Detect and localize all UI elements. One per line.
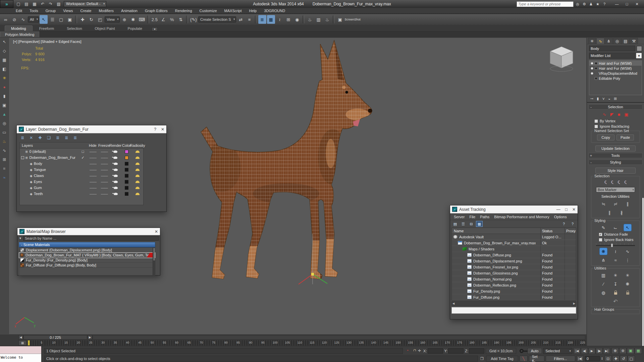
regrow-hair-icon[interactable]: ❋	[624, 281, 631, 287]
snaps-toggle[interactable]: 2.5	[151, 15, 159, 24]
time-slider-track[interactable]	[93, 335, 585, 340]
asset-menu-item[interactable]: Paths	[478, 215, 492, 219]
freeze-toggle[interactable]: ——	[99, 173, 110, 179]
application-menu-button[interactable]: »	[0, 0, 13, 8]
modifier-list-dropdown[interactable]: Modifier List	[589, 53, 642, 59]
d5[interactable]	[303, 15, 305, 23]
tree-view-icon[interactable]: ⊟	[468, 221, 474, 227]
invert-selection-icon[interactable]: ≒	[600, 200, 607, 207]
show-end-result-icon[interactable]: ▮	[597, 97, 599, 101]
asset-menu-item[interactable]: Options	[552, 215, 569, 219]
prev-frame-icon[interactable]: ◀|	[581, 348, 588, 354]
modifier-enable-bulb-icon[interactable]	[591, 72, 593, 75]
scroll-left-arrow[interactable]: ◀	[452, 302, 454, 305]
freeze-toggle[interactable]: ——	[99, 155, 110, 161]
selection-rollout-header[interactable]: -Selection	[588, 104, 643, 110]
save-file-icon[interactable]: ▦	[31, 1, 38, 7]
guide-hook-1-icon[interactable]: ς	[604, 179, 607, 184]
current-frame-field[interactable]: 0	[585, 356, 600, 361]
set-key-pen-icon[interactable]: ╲	[520, 356, 528, 362]
close-button[interactable]: ✕	[632, 1, 642, 7]
asset-row[interactable]: Doberman_Normal.png Found	[452, 276, 576, 282]
window-crossing-icon[interactable]: ▣	[66, 15, 74, 24]
modifier-viewport-toggle-icon[interactable]	[595, 62, 597, 65]
z-coordinate-field[interactable]	[469, 348, 484, 354]
graphite-ribbon-icon[interactable]: ▦	[267, 15, 275, 24]
asset-tracking-titlebar[interactable]: » Asset Tracking — □ ✕	[450, 205, 578, 214]
render-toggle[interactable]	[110, 167, 121, 173]
align-icon[interactable]: ≡	[246, 15, 254, 24]
modifier-enable-bulb-icon[interactable]	[591, 62, 593, 65]
current-layer-indicator[interactable]: □	[78, 148, 87, 155]
select-tool-icon[interactable]: ↖	[1, 39, 8, 45]
current-layer-indicator[interactable]	[78, 167, 87, 173]
absolute-mode-icon[interactable]: ✛	[417, 349, 422, 353]
d3[interactable]	[186, 15, 188, 23]
selection-filter-dropdown[interactable]: All	[28, 16, 39, 22]
select-and-move-icon[interactable]: ✚	[78, 15, 87, 24]
key-mode-toggle[interactable]: |◀|	[577, 356, 584, 362]
radiosity-toggle[interactable]	[132, 191, 143, 197]
select-and-rotate-icon[interactable]: ↻	[87, 15, 95, 24]
radiosity-toggle[interactable]	[132, 161, 143, 167]
ignore-backfacing-checkbox[interactable]	[594, 125, 598, 128]
tab-motion[interactable]: ◎	[613, 38, 621, 44]
asset-row[interactable]: Doberman_Fresnel_Ior.png Found	[452, 264, 576, 270]
light-icon[interactable]: ✳	[1, 75, 8, 81]
layer-color-swatch[interactable]	[121, 167, 132, 173]
asset-row[interactable]: Fur_Diffuse.png Found	[452, 294, 576, 300]
workspace-dropdown[interactable]: Workspace: Default -	[64, 1, 106, 7]
box-icon[interactable]: ▣	[1, 102, 8, 108]
face-selection-icon[interactable]: ◤	[610, 112, 613, 117]
hide-toggle[interactable]: ——	[87, 161, 99, 167]
maxscript-mini-listener[interactable]: Welcome to	[0, 346, 42, 362]
ribbon-tab[interactable]: Selection	[61, 26, 88, 31]
menu-item[interactable]: Create	[76, 9, 95, 13]
layer-color-swatch[interactable]	[121, 179, 132, 185]
asset-row[interactable]: Doberman_Dog_Brown_Fur_max_vray.max Ok	[452, 240, 576, 246]
signin-icon[interactable]: ♟	[588, 2, 594, 6]
x-coordinate-field[interactable]	[428, 348, 443, 354]
hide-toggle[interactable]: ——	[87, 191, 99, 197]
asset-row[interactable]: Maps / Shaders	[452, 246, 576, 252]
restore-button[interactable]: □	[622, 1, 632, 7]
show-hidden-icon[interactable]: ∦	[618, 209, 625, 216]
next-frame-icon[interactable]: |▶	[596, 348, 603, 354]
cone-icon[interactable]: ▲	[1, 111, 8, 117]
infocenter-search-input[interactable]	[517, 1, 574, 7]
maximize-viewport-icon[interactable]: ▢	[628, 356, 635, 362]
layer-row[interactable]: ≣ 0 (default) □ —— ——	[20, 148, 143, 155]
grid-view-icon[interactable]: ▦	[476, 221, 482, 227]
transform-gizmo[interactable]	[292, 234, 333, 298]
percent-snap-icon[interactable]: %	[168, 15, 176, 24]
collision-ball-icon[interactable]: ◍	[600, 289, 607, 296]
polygon-selection-icon[interactable]: ■	[618, 112, 620, 117]
layer-help-button[interactable]: ?	[154, 127, 156, 132]
menu-item[interactable]: Animation	[117, 9, 141, 13]
y-coordinate-field[interactable]	[448, 348, 464, 354]
modifier-stack-row[interactable]: Hair and Fur (WSM)	[589, 61, 642, 66]
current-layer-indicator[interactable]	[78, 191, 87, 197]
create-new-layer-icon[interactable]: ≣	[21, 135, 24, 140]
asset-horizontal-scrollbar[interactable]: ◀ ▶	[451, 301, 576, 306]
menu-item[interactable]: Modifiers	[95, 9, 117, 13]
keyboard-override-icon[interactable]: ⌨	[138, 15, 146, 24]
render-toggle[interactable]	[110, 148, 121, 155]
style-hair-button[interactable]: Style Hair	[595, 168, 636, 174]
reference-coordinate-dropdown[interactable]: View	[105, 16, 120, 22]
search-icon[interactable]: ◎	[575, 2, 580, 6]
brush-size-slider[interactable]	[596, 245, 635, 246]
tab-utilities[interactable]: ⚒	[630, 38, 638, 44]
schematic-view-icon[interactable]: ⊞	[284, 15, 292, 24]
time-back-button[interactable]: ◀	[18, 335, 23, 340]
hair-brush-icon[interactable]: ✎	[600, 224, 607, 231]
ribbon-tab[interactable]: Populate	[121, 26, 148, 31]
menu-item[interactable]: Help	[246, 9, 261, 13]
asset-row[interactable]: Doberman_Diffuse.png Found	[452, 252, 576, 258]
screenshot-label[interactable]: ScreenShot	[345, 15, 361, 24]
make-unique-icon[interactable]: ⋎	[602, 97, 605, 101]
guide-hook-3-icon[interactable]: ς	[618, 179, 620, 184]
unlink-selection-icon[interactable]: ⊘	[10, 15, 18, 24]
mirror-icon[interactable]: ⇄	[237, 15, 245, 24]
update-selection-button[interactable]: Update Selection	[595, 145, 636, 152]
